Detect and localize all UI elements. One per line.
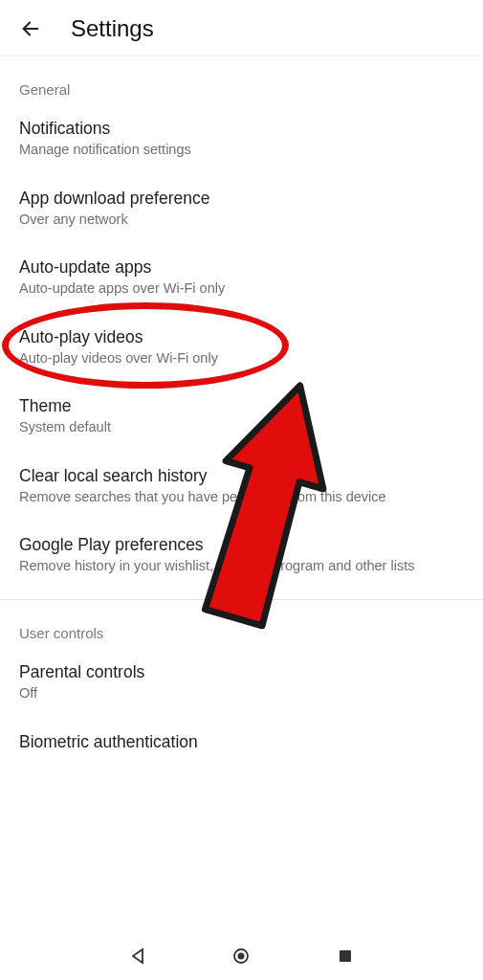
- setting-subtitle: Over any network: [19, 211, 464, 230]
- nav-home-button[interactable]: [230, 945, 252, 968]
- square-recents-icon: [336, 947, 355, 966]
- setting-auto-update-apps[interactable]: Auto-update apps Auto-update apps over W…: [0, 244, 483, 314]
- setting-notifications[interactable]: Notifications Manage notification settin…: [0, 105, 483, 175]
- setting-app-download-preference[interactable]: App download preference Over any network: [0, 175, 483, 245]
- svg-point-12: [238, 953, 245, 960]
- setting-parental-controls[interactable]: Parental controls Off: [0, 649, 483, 719]
- setting-title: Google Play preferences: [19, 535, 464, 555]
- nav-recents-button[interactable]: [334, 945, 357, 968]
- back-button[interactable]: [17, 15, 44, 42]
- page-title: Settings: [71, 15, 154, 42]
- setting-subtitle: Manage notification settings: [19, 141, 464, 160]
- setting-subtitle: Remove searches that you have performed …: [19, 488, 464, 507]
- setting-title: App download preference: [19, 189, 464, 209]
- svg-rect-13: [340, 950, 351, 962]
- triangle-back-icon: [128, 947, 147, 966]
- settings-list: General Notifications Manage notificatio…: [0, 56, 483, 758]
- setting-title: Parental controls: [19, 662, 464, 682]
- setting-title: Auto-play videos: [19, 327, 464, 347]
- setting-subtitle: Off: [19, 684, 464, 703]
- setting-title: Clear local search history: [19, 466, 464, 486]
- app-header: Settings: [0, 0, 483, 56]
- setting-clear-local-search-history[interactable]: Clear local search history Remove search…: [0, 453, 483, 523]
- setting-subtitle: System default: [19, 418, 464, 437]
- setting-title: Theme: [19, 396, 464, 416]
- setting-biometric-authentication[interactable]: Biometric authentication: [0, 719, 483, 752]
- setting-subtitle: Remove history in your wishlist, the Bet…: [19, 557, 464, 576]
- setting-subtitle: Auto-update apps over Wi-Fi only: [19, 279, 464, 299]
- setting-theme[interactable]: Theme System default: [0, 383, 483, 453]
- arrow-back-icon: [20, 18, 41, 39]
- section-general-header: General: [0, 56, 483, 105]
- setting-google-play-preferences[interactable]: Google Play preferences Remove history i…: [0, 522, 483, 591]
- setting-auto-play-videos[interactable]: Auto-play videos Auto-play videos over W…: [0, 314, 483, 384]
- nav-back-button[interactable]: [126, 945, 149, 968]
- setting-title: Notifications: [19, 119, 464, 139]
- circle-home-icon: [231, 947, 251, 966]
- setting-title: Biometric authentication: [19, 732, 464, 752]
- android-nav-bar: [0, 932, 483, 980]
- section-user-controls-header: User controls: [0, 600, 483, 649]
- setting-title: Auto-update apps: [19, 257, 464, 278]
- setting-subtitle: Auto-play videos over Wi-Fi only: [19, 349, 464, 368]
